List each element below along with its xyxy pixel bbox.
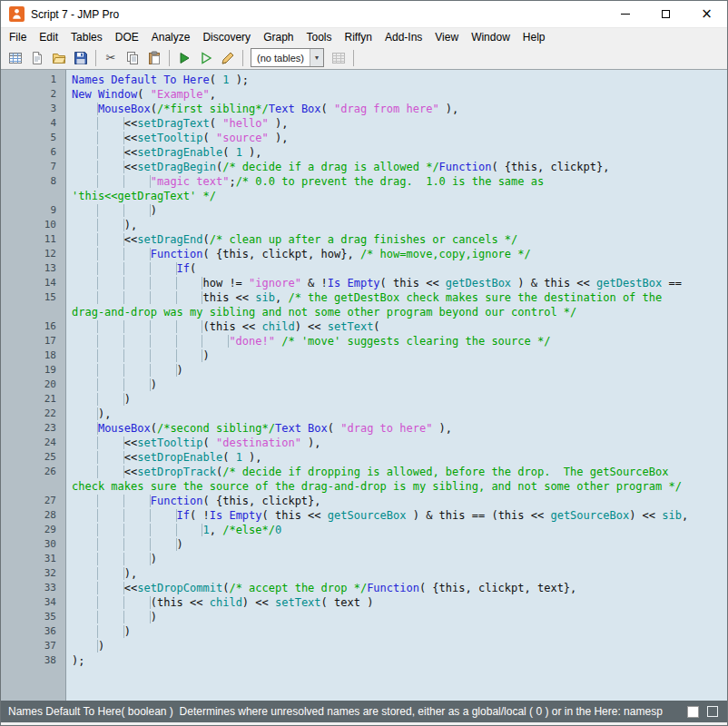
menu-window[interactable]: Window	[465, 28, 516, 46]
run-selection-button[interactable]	[196, 48, 216, 68]
status-color-swatch[interactable]	[687, 706, 699, 718]
maximize-icon	[662, 10, 670, 18]
menu-file[interactable]: File	[3, 28, 33, 46]
code-line-text: this << sib, /* the getDestBox check mak…	[66, 290, 668, 305]
code-line-text: Names Default To Here( 1 );	[66, 73, 249, 87]
new-script-button[interactable]	[27, 48, 47, 68]
menu-riffyn[interactable]: Riffyn	[339, 28, 379, 46]
minimize-button[interactable]	[605, 1, 645, 27]
code-row: 38);	[1, 653, 727, 668]
code-row: 20 )	[1, 378, 727, 392]
menu-add-ins[interactable]: Add-Ins	[379, 28, 428, 46]
code-line-text: 1, /*else*/0	[66, 523, 281, 537]
code-line-text: MouseBox(/*second sibling*/Text Box( "dr…	[66, 421, 452, 436]
menu-tools[interactable]: Tools	[300, 28, 338, 46]
line-number: 24	[1, 436, 66, 450]
new-data-table-button[interactable]	[5, 48, 25, 68]
code-row: 12 Function( {this, clickpt, how}, /* ho…	[1, 247, 727, 261]
save-button[interactable]	[71, 48, 91, 68]
line-number: 8	[1, 174, 66, 189]
code-row: 34 (this << child) << setText( text )	[1, 595, 727, 610]
code-line-text: <<setTooltip( "destination" ),	[66, 436, 321, 450]
toolbar: ✂	[1, 46, 727, 70]
current-table-label: (no tables)	[251, 53, 310, 64]
menu-doe[interactable]: DOE	[109, 28, 145, 46]
data-table-view-button[interactable]	[329, 48, 349, 68]
code-line-text: )	[66, 392, 131, 407]
window-title: Script 7 - JMP Pro	[31, 8, 605, 21]
code-row: check makes sure the source of the drag-…	[1, 479, 727, 494]
line-number: 38	[1, 653, 66, 668]
line-number: 31	[1, 552, 66, 566]
menu-edit[interactable]: Edit	[33, 28, 64, 46]
line-number: 29	[1, 523, 66, 537]
line-number: 30	[1, 537, 66, 552]
line-number: 4	[1, 116, 66, 131]
line-number	[1, 479, 66, 494]
code-row: 8 "magic text";/* 0.0 to prevent the dra…	[1, 174, 727, 189]
line-number: 3	[1, 102, 66, 116]
line-number: 12	[1, 247, 66, 261]
status-checkbox[interactable]	[707, 706, 718, 717]
line-number: 11	[1, 232, 66, 247]
menu-view[interactable]: View	[428, 28, 465, 46]
run-outline-icon	[199, 51, 213, 65]
run-script-button[interactable]	[174, 48, 194, 68]
code-line-text: Function( {this, clickpt, how}, /* how=m…	[66, 247, 531, 261]
code-line-text: )	[66, 537, 183, 552]
code-row: drag-and-drop was my sibling and not som…	[1, 305, 727, 319]
close-button[interactable]: ×	[686, 1, 727, 27]
line-number: 6	[1, 145, 66, 160]
new-data-table-icon	[8, 51, 23, 65]
cut-icon: ✂	[106, 52, 116, 64]
code-row: 3 MouseBox(/*first sibling*/Text Box( "d…	[1, 102, 727, 116]
menu-help[interactable]: Help	[516, 28, 552, 46]
paste-button[interactable]	[144, 48, 164, 68]
code-line-text: check makes sure the source of the drag-…	[66, 479, 682, 494]
code-row: 29 1, /*else*/0	[1, 523, 727, 537]
title-bar: Script 7 - JMP Pro ×	[1, 1, 727, 27]
code-row: 33 <<setDropCommit(/* accept the drop */…	[1, 581, 727, 595]
script-editor[interactable]: 1Names Default To Here( 1 );2New Window(…	[1, 70, 727, 701]
cut-button[interactable]: ✂	[101, 48, 121, 68]
jmp-app-icon	[9, 6, 25, 22]
line-number: 33	[1, 581, 66, 595]
code-row: 14 how != "ignore" & !Is Empty( this << …	[1, 276, 727, 290]
toolbar-separator	[242, 50, 243, 66]
code-line-text: <<setDragText( "hello" ),	[66, 116, 288, 131]
code-row: 26 <<setDropTrack(/* decide if dropping …	[1, 465, 727, 479]
code-row: 10 ),	[1, 218, 727, 232]
code-line-text: )	[66, 363, 183, 378]
code-line-text: If( !Is Empty( this << getSourceBox ) & …	[66, 508, 688, 523]
line-number: 21	[1, 392, 66, 407]
code-row: 24 <<setTooltip( "destination" ),	[1, 436, 727, 450]
code-line-text: <<setDropCommit(/* accept the drop */Fun…	[66, 581, 576, 595]
line-number: 20	[1, 378, 66, 392]
line-number: 7	[1, 160, 66, 174]
copy-button[interactable]	[123, 48, 143, 68]
toolbar-separator	[169, 50, 170, 66]
toolbar-separator	[353, 50, 354, 66]
menu-tables[interactable]: Tables	[64, 28, 109, 46]
line-number	[1, 189, 66, 203]
line-number: 16	[1, 319, 66, 334]
save-icon	[74, 51, 88, 65]
menu-analyze[interactable]: Analyze	[145, 28, 197, 46]
current-table-dropdown[interactable]: (no tables) ▾	[251, 48, 324, 67]
code-row: 'this<<getDragText' */	[1, 189, 727, 203]
code-line-text: "done!" /* 'move' suggests clearing the …	[66, 334, 550, 348]
copy-icon	[125, 51, 140, 65]
app-window: Script 7 - JMP Pro × FileEditTablesDOEAn…	[0, 0, 728, 726]
code-line-text: <<setDragEnable( 1 ),	[66, 145, 262, 160]
menu-discovery[interactable]: Discovery	[196, 28, 257, 46]
maximize-button[interactable]	[645, 1, 686, 27]
code-row: 6 <<setDragEnable( 1 ),	[1, 145, 727, 160]
edit-script-button[interactable]	[218, 48, 238, 68]
code-row: 11 <<setDragEnd(/* clean up after a drag…	[1, 232, 727, 247]
menu-graph[interactable]: Graph	[257, 28, 300, 46]
line-number: 15	[1, 290, 66, 305]
code-line-text: ),	[66, 407, 111, 421]
code-line-text: ),	[66, 566, 137, 581]
code-line-text: );	[66, 653, 84, 668]
open-button[interactable]	[49, 48, 69, 68]
